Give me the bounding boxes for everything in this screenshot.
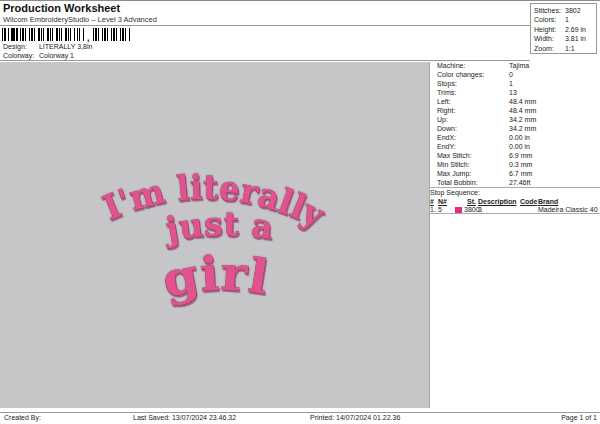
stitches-value: 3802 [565,6,581,15]
summary-row: Width: 3.81 in [534,34,596,43]
embroidery-artwork: I'm literally just a girl [0,62,430,408]
stops-value: 1 [509,79,513,88]
left-label: Left: [437,97,509,106]
colorway-value: Colorway 1 [39,52,74,59]
app-subtitle: Wilcom EmbroideryStudio – Level 3 Advanc… [3,15,157,24]
endy-label: EndY: [437,142,509,151]
zoom-label: Zoom: [534,44,565,53]
max-stitch-value: 6.9 mm [509,151,532,160]
machine-row: Stops:1 [437,79,597,88]
machine-row: Color changes:0 [437,70,597,79]
endx-value: 0.00 in [509,133,530,142]
col-header-stitches: St. [467,198,476,205]
header-divider [0,25,530,26]
summary-row: Stitches: 3802 [534,6,596,15]
right-value: 48.4 mm [509,106,536,115]
machine-row: Down:34.2 mm [437,124,597,133]
barcode-bars-right [93,28,131,41]
trims-value: 13 [509,88,517,97]
footer-printed: Printed: 14/07/2024 01.22.36 [310,414,400,421]
colorway-label: Colorway: [3,52,37,59]
stitches-label: Stitches: [534,6,565,15]
artwork-line2: just a [160,204,276,249]
artwork-line3: girl [158,246,272,308]
stop-row-brand: Madeira Classic 40 [538,206,598,213]
min-stitch-value: 0.3 mm [509,160,532,169]
col-header-description: Description [478,198,517,205]
summary-row: Colors: 1 [534,15,596,24]
stop-sequence-title: Stop Sequence: [430,189,480,196]
machine-row: Up:34.2 mm [437,115,597,124]
machine-row: Right:48.4 mm [437,106,597,115]
color-changes-label: Color changes: [437,70,509,79]
production-worksheet-page: Production Worksheet Wilcom EmbroiderySt… [0,0,600,424]
endx-label: EndX: [437,133,509,142]
summary-row: Height: 2.69 in [534,25,596,34]
max-jump-label: Max Jump: [437,169,509,178]
machine-row: Trims:13 [437,88,597,97]
colorway-row: Colorway: Colorway 1 [3,52,74,59]
stop-row-description: 3 [478,206,482,213]
up-value: 34.2 mm [509,115,536,124]
machine-row: Max Jump:6.7 mm [437,169,597,178]
total-bobbin-label: Total Bobbin: [437,178,509,187]
colors-value: 1 [565,15,569,24]
page-title: Production Worksheet [3,2,120,14]
design-canvas: I'm literally just a girl [0,62,430,408]
zoom-value: 1:1 [565,44,575,53]
stop-row-num: 1. [430,206,436,213]
machine-row: Left:48.4 mm [437,97,597,106]
width-value: 3.81 in [565,34,586,43]
up-label: Up: [437,115,509,124]
barcode-bars-left [2,28,86,41]
stop-sequence-section: Stop Sequence: # N# St. Description Code… [430,187,600,214]
colors-label: Colors: [534,15,565,24]
max-stitch-label: Max Stitch: [437,151,509,160]
barcode-icon: , [2,28,131,41]
design-value: LITERALLY 3,8in [39,43,92,50]
footer-last-saved: Last Saved: 13/07/2024 23.46.32 [133,414,236,421]
summary-row: Zoom: 1:1 [534,44,596,53]
height-label: Height: [534,25,565,34]
machine-row: Min Stitch:0.3 mm [437,160,597,169]
machine-info-panel: Machine:Tajima Color changes:0 Stops:1 T… [437,61,597,187]
col-header-brand: Brand [538,198,558,205]
machine-row: EndY:0.00 in [437,142,597,151]
machine-row: Max Stitch:6.9 mm [437,151,597,160]
height-value: 2.69 in [565,25,586,34]
machine-label: Machine: [437,61,509,70]
endy-value: 0.00 in [509,142,530,151]
min-stitch-label: Min Stitch: [437,160,509,169]
footer-divider [0,412,600,413]
col-header-code: Code [520,198,538,205]
right-label: Right: [437,106,509,115]
barcode-separator: , [87,35,90,41]
col-header-num: # [430,198,434,205]
left-value: 48.4 mm [509,97,536,106]
total-bobbin-value: 27.46ft [509,178,530,187]
machine-row: Machine:Tajima [437,61,597,70]
footer-created-by: Created By: [4,414,41,421]
design-row: Design: LITERALLY 3,8in [3,43,92,50]
thread-color-swatch [455,207,462,213]
width-label: Width: [534,34,565,43]
down-label: Down: [437,124,509,133]
footer-page-number: Page 1 of 1 [561,414,597,421]
machine-value: Tajima [509,61,529,70]
col-header-needle: N# [438,198,447,205]
color-changes-value: 0 [509,70,513,79]
machine-row: EndX:0.00 in [437,133,597,142]
down-value: 34.2 mm [509,124,536,133]
stops-label: Stops: [437,79,509,88]
stop-row-needle: 5 [438,206,442,213]
machine-row: Total Bobbin:27.46ft [437,178,597,187]
design-label: Design: [3,43,37,50]
design-summary-box: Stitches: 3802 Colors: 1 Height: 2.69 in… [530,3,597,54]
max-jump-value: 6.7 mm [509,169,532,178]
trims-label: Trims: [437,88,509,97]
